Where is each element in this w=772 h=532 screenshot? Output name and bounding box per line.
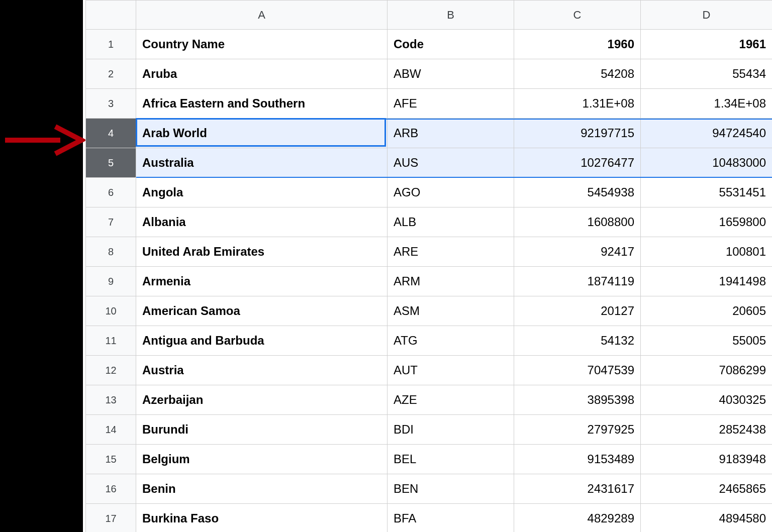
cell-1960[interactable]: 54208: [514, 59, 641, 89]
cell-country[interactable]: Albania: [136, 207, 388, 237]
cell-country[interactable]: Angola: [136, 178, 388, 207]
table-row[interactable]: 6AngolaAGO54549385531451: [86, 178, 773, 207]
cell-code[interactable]: BEL: [388, 445, 514, 474]
cell-1960[interactable]: 9153489: [514, 445, 641, 474]
table-row[interactable]: 12AustriaAUT70475397086299: [86, 356, 773, 385]
cell-1961[interactable]: 9183948: [641, 445, 773, 474]
cell-code[interactable]: ASM: [388, 296, 514, 326]
row-header[interactable]: 7: [86, 207, 136, 237]
col-header-C[interactable]: C: [514, 1, 641, 30]
row-header[interactable]: 5: [86, 148, 136, 178]
cell-country[interactable]: Benin: [136, 474, 388, 504]
col-header-B[interactable]: B: [388, 1, 514, 30]
cell-1961[interactable]: 100801: [641, 237, 773, 267]
cell-code[interactable]: ALB: [388, 207, 514, 237]
cell-code[interactable]: AUT: [388, 356, 514, 385]
table-row[interactable]: 2ArubaABW5420855434: [86, 59, 773, 89]
row-header[interactable]: 15: [86, 445, 136, 474]
cell-country[interactable]: Belgium: [136, 445, 388, 474]
select-all-corner[interactable]: [86, 1, 136, 30]
row-header[interactable]: 16: [86, 474, 136, 504]
cell-1961[interactable]: 1.34E+08: [641, 89, 773, 119]
cell-1961[interactable]: 5531451: [641, 178, 773, 207]
cell-1961[interactable]: 1941498: [641, 267, 773, 296]
row-header[interactable]: 9: [86, 267, 136, 296]
cell-code[interactable]: AFE: [388, 89, 514, 119]
cell-code[interactable]: ARE: [388, 237, 514, 267]
cell-1961[interactable]: 4030325: [641, 385, 773, 415]
cell-1961[interactable]: 10483000: [641, 148, 773, 178]
cell-code[interactable]: BDI: [388, 415, 514, 445]
cell-country[interactable]: Australia: [136, 148, 388, 178]
table-row[interactable]: 3Africa Eastern and SouthernAFE1.31E+081…: [86, 89, 773, 119]
row-header[interactable]: 17: [86, 504, 136, 533]
row-header[interactable]: 1: [86, 30, 136, 59]
cell-1960[interactable]: 92197715: [514, 119, 641, 148]
cell-code[interactable]: AUS: [388, 148, 514, 178]
cell-1961[interactable]: 1659800: [641, 207, 773, 237]
column-header-row[interactable]: A B C D: [86, 1, 773, 30]
cell-1961[interactable]: 2852438: [641, 415, 773, 445]
cell-1960[interactable]: 5454938: [514, 178, 641, 207]
row-header[interactable]: 6: [86, 178, 136, 207]
row-header[interactable]: 10: [86, 296, 136, 326]
cell-1960[interactable]: 10276477: [514, 148, 641, 178]
table-row[interactable]: 10American SamoaASM2012720605: [86, 296, 773, 326]
table-row[interactable]: 17Burkina FasoBFA48292894894580: [86, 504, 773, 533]
cell-1961[interactable]: 1961: [641, 30, 773, 59]
cell-1961[interactable]: 4894580: [641, 504, 773, 533]
cell-code[interactable]: ARM: [388, 267, 514, 296]
table-row[interactable]: 7AlbaniaALB16088001659800: [86, 207, 773, 237]
table-row[interactable]: 4Arab WorldARB9219771594724540: [86, 119, 773, 148]
row-header[interactable]: 11: [86, 326, 136, 356]
cell-1961[interactable]: 20605: [641, 296, 773, 326]
table-row[interactable]: 15BelgiumBEL91534899183948: [86, 445, 773, 474]
cell-1961[interactable]: 55005: [641, 326, 773, 356]
cell-1961[interactable]: 2465865: [641, 474, 773, 504]
cell-1960[interactable]: 3895398: [514, 385, 641, 415]
row-header[interactable]: 14: [86, 415, 136, 445]
cell-1961[interactable]: 7086299: [641, 356, 773, 385]
spreadsheet[interactable]: A B C D 1Country NameCode196019612ArubaA…: [85, 0, 772, 532]
row-header[interactable]: 8: [86, 237, 136, 267]
cell-code[interactable]: AZE: [388, 385, 514, 415]
row-header[interactable]: 2: [86, 59, 136, 89]
cell-country[interactable]: Antigua and Barbuda: [136, 326, 388, 356]
cell-1960[interactable]: 2431617: [514, 474, 641, 504]
cell-1960[interactable]: 20127: [514, 296, 641, 326]
cell-country[interactable]: Austria: [136, 356, 388, 385]
cell-1961[interactable]: 94724540: [641, 119, 773, 148]
row-header[interactable]: 4: [86, 119, 136, 148]
cell-country[interactable]: United Arab Emirates: [136, 237, 388, 267]
cell-country[interactable]: Aruba: [136, 59, 388, 89]
table-row[interactable]: 16BeninBEN24316172465865: [86, 474, 773, 504]
cell-code[interactable]: ABW: [388, 59, 514, 89]
cell-country[interactable]: Armenia: [136, 267, 388, 296]
table-row[interactable]: 8United Arab EmiratesARE92417100801: [86, 237, 773, 267]
cell-code[interactable]: Code: [388, 30, 514, 59]
cell-country[interactable]: Country Name: [136, 30, 388, 59]
cell-1960[interactable]: 1874119: [514, 267, 641, 296]
cell-code[interactable]: ARB: [388, 119, 514, 148]
cell-code[interactable]: AGO: [388, 178, 514, 207]
cell-country[interactable]: Azerbaijan: [136, 385, 388, 415]
table-row[interactable]: 5AustraliaAUS1027647710483000: [86, 148, 773, 178]
cell-1960[interactable]: 4829289: [514, 504, 641, 533]
cell-1960[interactable]: 1.31E+08: [514, 89, 641, 119]
cell-1960[interactable]: 1608800: [514, 207, 641, 237]
cell-code[interactable]: ATG: [388, 326, 514, 356]
cell-country[interactable]: American Samoa: [136, 296, 388, 326]
cell-country[interactable]: Burkina Faso: [136, 504, 388, 533]
cell-country[interactable]: Burundi: [136, 415, 388, 445]
cell-1960[interactable]: 92417: [514, 237, 641, 267]
cell-code[interactable]: BEN: [388, 474, 514, 504]
cell-code[interactable]: BFA: [388, 504, 514, 533]
cell-1960[interactable]: 1960: [514, 30, 641, 59]
col-header-A[interactable]: A: [136, 1, 388, 30]
cell-country[interactable]: Arab World: [136, 119, 388, 148]
cell-1960[interactable]: 2797925: [514, 415, 641, 445]
row-header[interactable]: 13: [86, 385, 136, 415]
row-header[interactable]: 3: [86, 89, 136, 119]
cell-1960[interactable]: 54132: [514, 326, 641, 356]
table-row[interactable]: 9ArmeniaARM18741191941498: [86, 267, 773, 296]
